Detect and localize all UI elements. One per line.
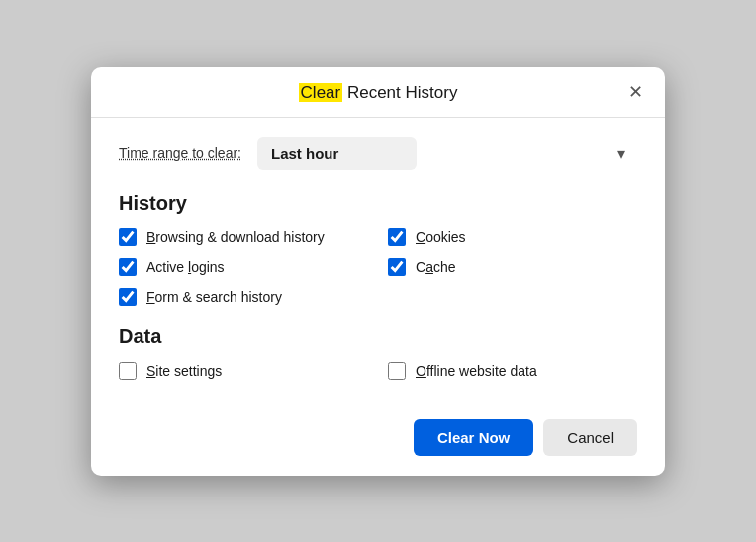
checkbox-browsing-input[interactable] xyxy=(119,228,137,246)
checkbox-site-settings-label: Site settings xyxy=(146,363,222,379)
checkbox-offline-data[interactable]: Offline website data xyxy=(388,362,637,380)
data-section: Data Site settings Offline website data xyxy=(119,325,637,380)
checkbox-cookies-label: Cookies xyxy=(416,229,466,245)
checkbox-browsing[interactable]: Browsing & download history xyxy=(119,228,368,246)
time-range-select-wrapper: Last hour Last two hours Last four hours… xyxy=(257,137,637,170)
checkbox-active-logins[interactable]: Active logins xyxy=(119,258,368,276)
checkbox-form-search[interactable]: Form & search history xyxy=(119,288,368,306)
checkbox-cache-label: Cache xyxy=(416,259,456,275)
dialog-header: Clear Recent History ✕ xyxy=(91,67,665,118)
checkbox-active-logins-label: Active logins xyxy=(146,259,225,275)
time-range-select[interactable]: Last hour Last two hours Last four hours… xyxy=(257,137,417,170)
checkbox-offline-data-label: Offline website data xyxy=(416,363,537,379)
checkbox-cookies[interactable]: Cookies xyxy=(388,228,637,246)
data-section-title: Data xyxy=(119,325,637,348)
checkbox-cache-input[interactable] xyxy=(388,258,406,276)
checkbox-cache[interactable]: Cache xyxy=(388,258,637,276)
clear-history-dialog: Clear Recent History ✕ Time range to cle… xyxy=(91,67,665,476)
title-highlight: Clear xyxy=(299,83,343,102)
checkbox-form-search-input[interactable] xyxy=(119,288,137,306)
data-checkboxes: Site settings Offline website data xyxy=(119,362,637,380)
checkbox-offline-data-input[interactable] xyxy=(388,362,406,380)
dialog-title: Clear Recent History xyxy=(299,83,458,103)
time-range-label: Time range to clear: xyxy=(119,145,241,161)
clear-now-button[interactable]: Clear Now xyxy=(414,419,533,456)
checkbox-active-logins-input[interactable] xyxy=(119,258,137,276)
checkbox-site-settings-input[interactable] xyxy=(119,362,137,380)
dialog-body: Time range to clear: Last hour Last two … xyxy=(91,118,665,406)
history-checkboxes: Browsing & download history Cookies Acti… xyxy=(119,228,637,306)
checkbox-cookies-input[interactable] xyxy=(388,228,406,246)
checkbox-browsing-label: Browsing & download history xyxy=(146,229,325,245)
cancel-button[interactable]: Cancel xyxy=(543,419,637,456)
history-section-title: History xyxy=(119,192,637,215)
checkbox-site-settings[interactable]: Site settings xyxy=(119,362,368,380)
checkbox-form-search-label: Form & search history xyxy=(146,289,282,305)
dialog-footer: Clear Now Cancel xyxy=(91,406,665,476)
close-button[interactable]: ✕ xyxy=(621,78,649,106)
history-section: History Browsing & download history Cook… xyxy=(119,192,637,306)
time-range-row: Time range to clear: Last hour Last two … xyxy=(119,137,637,170)
